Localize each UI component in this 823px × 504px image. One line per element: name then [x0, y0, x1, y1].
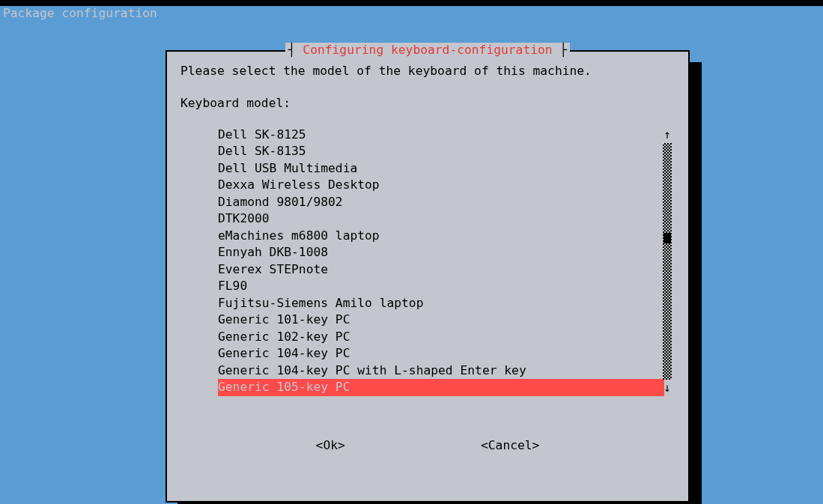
top-black-strip — [0, 0, 823, 6]
button-row: <Ok> <Cancel> — [180, 438, 675, 454]
cancel-button[interactable]: <Cancel> — [481, 438, 539, 454]
list-item[interactable]: FL90 — [218, 278, 660, 295]
scroll-thumb[interactable] — [663, 233, 671, 243]
keyboard-model-list[interactable]: Dell SK-8125Dell SK-8135Dell USB Multime… — [180, 127, 660, 396]
list-item[interactable]: Dell SK-8125 — [218, 127, 660, 144]
list-item[interactable]: Generic 105-key PC — [218, 379, 664, 396]
page-header-text: Package configuration — [3, 6, 157, 20]
dialog-prompt: Please select the model of the keyboard … — [180, 64, 675, 79]
scroll-track[interactable] — [663, 143, 672, 380]
list-item[interactable]: Everex STEPnote — [218, 261, 660, 279]
desktop-background: ┤ Configuring keyboard-configuration ├ P… — [0, 22, 823, 504]
list-item[interactable]: Ennyah DKB-1008 — [218, 244, 660, 261]
list-item[interactable]: Generic 102-key PC — [218, 329, 660, 346]
list-label: Keyboard model: — [180, 96, 675, 112]
ok-button[interactable]: <Ok> — [316, 438, 345, 454]
list-item[interactable]: Generic 101-key PC — [218, 312, 660, 329]
list-item[interactable]: Generic 104-key PC — [218, 345, 660, 362]
list-item[interactable]: Diamond 9801/9802 — [218, 194, 660, 211]
scrollbar[interactable]: ↑ ↓ — [660, 127, 675, 396]
list-item[interactable]: Generic 104-key PC with L-shaped Enter k… — [218, 362, 660, 380]
scroll-down-arrow-icon[interactable]: ↓ — [663, 380, 671, 396]
list-item[interactable]: Fujitsu-Siemens Amilo laptop — [218, 295, 660, 312]
list-item[interactable]: Dell SK-8135 — [218, 143, 660, 160]
page-header: Package configuration — [0, 6, 823, 22]
list-item[interactable]: Dexxa Wireless Desktop — [218, 177, 660, 194]
list-item[interactable]: Dell USB Multimedia — [218, 160, 660, 177]
list-item[interactable]: eMachines m6800 laptop — [218, 228, 660, 245]
list-item[interactable]: DTK2000 — [218, 210, 660, 228]
dialog: ┤ Configuring keyboard-configuration ├ P… — [165, 50, 690, 503]
scroll-up-arrow-icon[interactable]: ↑ — [663, 127, 671, 143]
